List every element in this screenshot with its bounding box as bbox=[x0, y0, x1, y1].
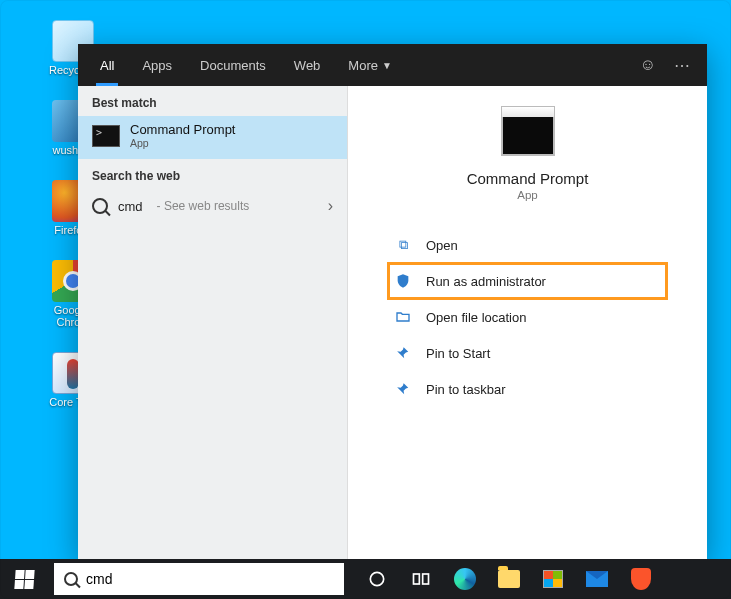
start-search-panel: All Apps Documents Web More▼ ☺ ⋯ Best ma… bbox=[78, 44, 707, 559]
action-label: Open file location bbox=[426, 310, 526, 325]
tab-label: Documents bbox=[200, 58, 266, 73]
web-search-result[interactable]: cmd - See web results › bbox=[78, 189, 347, 223]
tab-label: Apps bbox=[142, 58, 172, 73]
action-run-as-administrator[interactable]: Run as administrator bbox=[388, 263, 667, 299]
preview-title: Command Prompt bbox=[467, 170, 589, 187]
tab-web[interactable]: Web bbox=[280, 44, 335, 86]
preview-actions: ⧉ Open Run as administrator Open file lo… bbox=[348, 219, 707, 407]
chevron-right-icon: › bbox=[328, 197, 333, 215]
microsoft-store-icon bbox=[543, 570, 563, 588]
task-view-icon[interactable] bbox=[400, 559, 442, 599]
preview-pane: Command Prompt App ⧉ Open Run as adminis… bbox=[348, 86, 707, 559]
svg-rect-1 bbox=[414, 574, 420, 584]
tab-documents[interactable]: Documents bbox=[186, 44, 280, 86]
action-pin-to-taskbar[interactable]: Pin to taskbar bbox=[388, 371, 667, 407]
admin-shield-icon bbox=[394, 273, 412, 289]
taskbar-app-mail[interactable] bbox=[576, 559, 618, 599]
pin-icon bbox=[394, 382, 412, 396]
action-pin-to-start[interactable]: Pin to Start bbox=[388, 335, 667, 371]
preview-subtitle: App bbox=[517, 189, 537, 201]
tab-more[interactable]: More▼ bbox=[334, 44, 406, 86]
command-prompt-icon bbox=[501, 114, 555, 156]
start-button[interactable] bbox=[0, 559, 48, 599]
best-match-subtitle: App bbox=[130, 137, 235, 149]
cortana-icon[interactable] bbox=[356, 559, 398, 599]
search-filter-bar: All Apps Documents Web More▼ ☺ ⋯ bbox=[78, 44, 707, 86]
action-label: Pin to Start bbox=[426, 346, 490, 361]
edge-icon bbox=[454, 568, 476, 590]
command-prompt-icon bbox=[92, 125, 120, 147]
best-match-title: Command Prompt bbox=[130, 122, 235, 137]
action-label: Run as administrator bbox=[426, 274, 546, 289]
mail-icon bbox=[586, 571, 608, 587]
search-content: Best match Command Prompt App Search the… bbox=[78, 86, 707, 559]
file-explorer-icon bbox=[498, 570, 520, 588]
action-open[interactable]: ⧉ Open bbox=[388, 227, 667, 263]
taskbar-app-brave[interactable] bbox=[620, 559, 662, 599]
web-query: cmd bbox=[118, 199, 143, 214]
pin-icon bbox=[394, 346, 412, 360]
results-column: Best match Command Prompt App Search the… bbox=[78, 86, 348, 559]
open-icon: ⧉ bbox=[394, 237, 412, 253]
feedback-icon[interactable]: ☺ bbox=[631, 44, 665, 86]
taskbar-app-edge[interactable] bbox=[444, 559, 486, 599]
action-label: Open bbox=[426, 238, 458, 253]
tab-all[interactable]: All bbox=[86, 44, 128, 86]
svg-point-0 bbox=[370, 572, 383, 585]
action-open-file-location[interactable]: Open file location bbox=[388, 299, 667, 335]
svg-rect-2 bbox=[423, 574, 429, 584]
brave-icon bbox=[631, 568, 651, 590]
search-web-heading: Search the web bbox=[78, 159, 347, 189]
tab-label: All bbox=[100, 58, 114, 73]
taskbar-app-explorer[interactable] bbox=[488, 559, 530, 599]
tab-label: More bbox=[348, 58, 378, 73]
search-icon bbox=[64, 572, 78, 586]
best-match-result[interactable]: Command Prompt App bbox=[78, 116, 347, 159]
tab-apps[interactable]: Apps bbox=[128, 44, 186, 86]
more-options-icon[interactable]: ⋯ bbox=[665, 44, 699, 86]
taskbar bbox=[0, 559, 731, 599]
taskbar-app-store[interactable] bbox=[532, 559, 574, 599]
best-match-heading: Best match bbox=[78, 86, 347, 116]
app-preview: Command Prompt App bbox=[348, 86, 707, 219]
search-icon bbox=[92, 198, 108, 214]
chevron-down-icon: ▼ bbox=[382, 60, 392, 71]
action-label: Pin to taskbar bbox=[426, 382, 506, 397]
taskbar-search-box[interactable] bbox=[54, 563, 344, 595]
tab-label: Web bbox=[294, 58, 321, 73]
windows-logo-icon bbox=[14, 570, 34, 589]
folder-icon bbox=[394, 309, 412, 325]
taskbar-search-input[interactable] bbox=[86, 571, 334, 587]
web-hint: - See web results bbox=[157, 199, 250, 213]
